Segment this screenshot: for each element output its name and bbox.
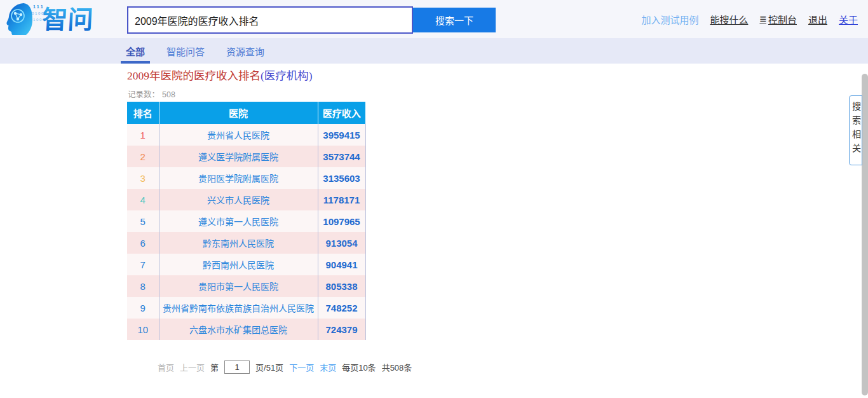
- revenue-cell: 3573744: [318, 146, 365, 167]
- table-row: 2遵义医学院附属医院3573744: [127, 146, 365, 167]
- revenue-cell: 724379: [318, 319, 365, 340]
- result-tabbar: 全部 智能问答 资源查询: [0, 38, 868, 64]
- tab-all[interactable]: 全部: [126, 38, 145, 64]
- console-icon: ≡: [759, 13, 766, 25]
- ranking-table: 排名 医院 医疗收入 1贵州省人民医院39594152遵义医学院附属医院3573…: [127, 102, 366, 340]
- vertical-scrollbar[interactable]: [862, 74, 868, 395]
- rank-cell: 3: [127, 167, 159, 189]
- table-body: 1贵州省人民医院39594152遵义医学院附属医院35737443贵阳医学院附属…: [127, 124, 365, 340]
- revenue-cell: 1097965: [318, 210, 365, 232]
- hospital-link[interactable]: 遵义市第一人民医院: [159, 210, 318, 232]
- search-input[interactable]: [127, 6, 413, 34]
- record-count: 记录数：508: [128, 88, 175, 100]
- nav-console[interactable]: ≡控制台: [759, 13, 797, 26]
- hospital-link[interactable]: 黔东南州人民医院: [159, 232, 318, 254]
- rank-cell: 4: [127, 189, 159, 210]
- hospital-link[interactable]: 贵州省人民医院: [159, 124, 318, 146]
- page-next-link[interactable]: 下一页: [289, 361, 314, 373]
- page-first-link[interactable]: 首页: [158, 361, 174, 373]
- table-row: 9贵州省黔南布依族苗族自治州人民医院748252: [127, 297, 365, 319]
- hospital-link[interactable]: 贵阳市第一人民医院: [159, 275, 318, 297]
- col-header-rank: 排名: [127, 102, 159, 124]
- search-related-drawer[interactable]: 搜索相关: [849, 95, 862, 165]
- page-prev-link[interactable]: 上一页: [180, 361, 205, 373]
- svg-text:1 1 1: 1 1 1: [33, 4, 43, 9]
- tab-resource-query[interactable]: 资源查询: [226, 38, 264, 64]
- revenue-cell: 904941: [318, 254, 365, 275]
- svg-text:智问: 智问: [41, 6, 93, 34]
- search-related-label: 搜索相关: [850, 102, 862, 158]
- rank-cell: 1: [127, 124, 159, 146]
- per-page-label: 每页10条: [342, 361, 376, 373]
- table-row: 3贵阳医学院附属医院3135603: [127, 167, 365, 189]
- tab-smart-qa[interactable]: 智能问答: [166, 38, 205, 64]
- revenue-cell: 3135603: [318, 167, 365, 189]
- search-button[interactable]: 搜索一下: [413, 8, 496, 32]
- result-title-main: 2009年医院的医疗收入排名: [127, 69, 261, 82]
- col-header-revenue: 医疗收入: [318, 102, 365, 124]
- revenue-cell: 1178171: [318, 189, 365, 210]
- table-row: 7黔西南州人民医院904941: [127, 254, 365, 275]
- pagination: 首页 上一页 第 页/51页 下一页 末页 每页10条 共508条: [158, 360, 412, 374]
- table-row: 4兴义市人民医院1178171: [127, 189, 365, 210]
- rank-cell: 6: [127, 232, 159, 254]
- table-row: 1贵州省人民医院3959415: [127, 124, 365, 146]
- rank-cell: 7: [127, 254, 159, 275]
- revenue-cell: 3959415: [318, 124, 365, 146]
- nav-about[interactable]: 关于: [839, 13, 858, 26]
- results-area: 2009年医院的医疗收入排名(医疗机构) 记录数：508 排名 医院 医疗收入 …: [0, 64, 868, 398]
- page-last-link[interactable]: 末页: [320, 361, 336, 373]
- total-count-label: 共508条: [382, 361, 412, 373]
- revenue-cell: 913054: [318, 232, 365, 254]
- hospital-link[interactable]: 贵州省黔南布依族苗族自治州人民医院: [159, 297, 318, 319]
- rank-cell: 8: [127, 275, 159, 297]
- revenue-cell: 805338: [318, 275, 365, 297]
- hospital-link[interactable]: 兴义市人民医院: [159, 189, 318, 210]
- rank-cell: 5: [127, 210, 159, 232]
- hospital-link[interactable]: 贵阳医学院附属医院: [159, 167, 318, 189]
- nav-what-can-search[interactable]: 能搜什么: [710, 13, 748, 26]
- table-header-row: 排名 医院 医疗收入: [127, 102, 365, 124]
- table-row: 5遵义市第一人民医院1097965: [127, 210, 365, 232]
- nav-join-test-cases[interactable]: 加入测试用例: [641, 13, 698, 26]
- top-nav: 加入测试用例 能搜什么 ≡控制台 退出 关于: [641, 0, 858, 38]
- rank-cell: 2: [127, 146, 159, 167]
- table-row: 10六盘水市水矿集团总医院724379: [127, 319, 365, 340]
- col-header-hospital: 医院: [159, 102, 318, 124]
- nav-logout[interactable]: 退出: [808, 13, 827, 26]
- hospital-link[interactable]: 黔西南州人民医院: [159, 254, 318, 275]
- table-row: 6黔东南州人民医院913054: [127, 232, 365, 254]
- hospital-link[interactable]: 遵义医学院附属医院: [159, 146, 318, 167]
- page-number-input[interactable]: [224, 360, 250, 374]
- rank-cell: 9: [127, 297, 159, 319]
- result-title-suffix: (医疗机构): [261, 69, 313, 82]
- table-row: 8贵阳市第一人民医院805338: [127, 275, 365, 297]
- hospital-link[interactable]: 六盘水市水矿集团总医院: [159, 319, 318, 340]
- revenue-cell: 748252: [318, 297, 365, 319]
- zhiwen-logo-icon: 1 1 1 0 1 0 0 1 0 0 1 智问: [4, 1, 112, 38]
- page-prefix-label: 第: [210, 361, 219, 373]
- rank-cell: 10: [127, 319, 159, 340]
- page-suffix-label: 页/51页: [255, 361, 283, 373]
- top-header: 1 1 1 0 1 0 0 1 0 0 1 智问 搜索一下 加入测试用例 能搜什…: [0, 0, 868, 38]
- result-title[interactable]: 2009年医院的医疗收入排名(医疗机构): [127, 67, 313, 83]
